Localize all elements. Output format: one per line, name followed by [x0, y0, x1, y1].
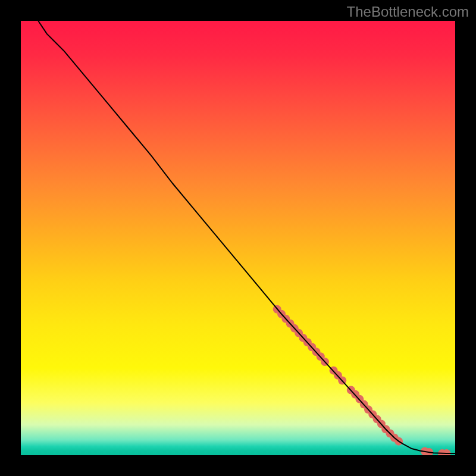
chart-svg — [21, 21, 455, 455]
marker-group — [273, 305, 451, 455]
plot-area — [21, 21, 455, 455]
watermark-text: TheBottleneck.com — [347, 4, 469, 20]
curve-path — [38, 21, 455, 453]
